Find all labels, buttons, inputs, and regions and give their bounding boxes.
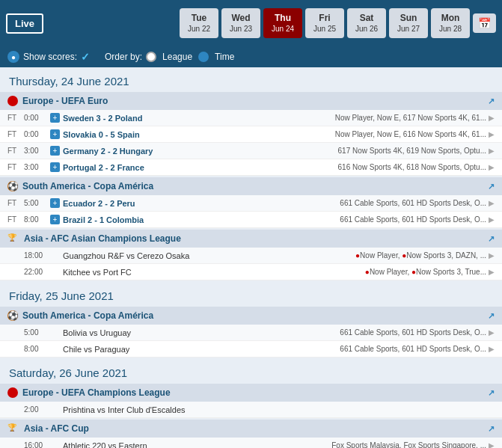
league-section: 🏆Asia - AFC Asian Champions League↗18:00… <box>0 230 502 280</box>
arrow-right-icon: ▶ <box>489 130 495 138</box>
arrow-right-icon: ▶ <box>489 147 495 155</box>
plus-icon[interactable]: + <box>50 162 60 172</box>
league-section: ⚽South America - Copa América↗5:00Bolivi… <box>0 307 502 358</box>
ext-link-icon[interactable]: ↗ <box>488 234 495 244</box>
ext-link-icon[interactable]: ↗ <box>488 96 495 106</box>
match-time: 0:00 <box>24 130 50 138</box>
match-name[interactable]: Portugal 2 - 2 France <box>63 163 338 172</box>
plus-icon[interactable]: + <box>50 146 60 156</box>
match-row: 18:00Guangzhou R&F vs Cerezo Osaka●Now P… <box>0 248 502 264</box>
day-tab-thu[interactable]: ThuJun 24 <box>263 8 302 39</box>
match-time: 5:00 <box>24 328 50 337</box>
match-name[interactable]: Brazil 2 - 1 Colombia <box>63 215 340 224</box>
check-mark: ✓ <box>81 51 90 63</box>
top-bar: Live TueJun 22WedJun 23ThuJun 24FriJun 2… <box>0 0 502 46</box>
league-header[interactable]: 🏆Asia - AFC Cup↗ <box>0 420 502 438</box>
arrow-right-icon: ▶ <box>489 114 495 122</box>
day-tab-mon[interactable]: MonJun 28 <box>431 8 470 39</box>
league-section: Europe - UEFA Champions League↗2:00Prish… <box>0 384 502 418</box>
league-header[interactable]: Europe - UEFA Euro↗ <box>0 92 502 110</box>
channel-dot: ● <box>411 268 416 276</box>
order-by-label: Order by: <box>105 52 142 62</box>
live-badge: Live <box>6 13 43 34</box>
time-radio[interactable] <box>198 52 209 62</box>
match-status: FT <box>7 130 24 138</box>
content: Thursday, 24 June 2021Europe - UEFA Euro… <box>0 67 502 448</box>
day-tab-tue[interactable]: TueJun 22 <box>180 8 218 39</box>
app-container: Live TueJun 22WedJun 23ThuJun 24FriJun 2… <box>0 0 502 448</box>
plus-icon[interactable]: + <box>50 113 60 123</box>
plus-icon[interactable]: + <box>50 215 60 224</box>
match-time: 16:00 <box>24 441 50 448</box>
match-row: FT0:00+Sweden 3 - 2 PolandNow Player, No… <box>0 110 502 126</box>
order-by-filter: Order by: League Time <box>105 52 234 62</box>
match-name[interactable]: Bolivia vs Uruguay <box>63 328 340 337</box>
match-name[interactable]: Kitchee vs Port FC <box>63 268 365 277</box>
match-name[interactable]: Prishtina vs Inter Club d'Escaldes <box>63 405 495 414</box>
day-tab-fri[interactable]: FriJun 25 <box>305 8 344 39</box>
plus-icon[interactable]: + <box>50 198 60 208</box>
show-scores-label: Show scores: <box>23 52 77 62</box>
league-section: ⚽South America - Copa América↗FT5:00+Ecu… <box>0 177 502 228</box>
arrow-right-icon: ▶ <box>489 328 495 337</box>
league-header[interactable]: 🏆Asia - AFC Asian Champions League↗ <box>0 230 502 248</box>
day-tab-sun[interactable]: SunJun 27 <box>389 8 428 39</box>
arrow-right-icon: ▶ <box>489 215 495 224</box>
league-name: South America - Copa América <box>22 181 153 191</box>
league-icon: ⚽ <box>7 181 18 191</box>
match-row: FT3:00+Germany 2 - 2 Hungary617 Now Spor… <box>0 143 502 159</box>
match-name[interactable]: Chile vs Paraguay <box>63 345 340 354</box>
match-row: 22:00Kitchee vs Port FC●Now Player, ●Now… <box>0 264 502 280</box>
match-time: 0:00 <box>24 114 50 122</box>
arrow-right-icon: ▶ <box>489 345 495 353</box>
league-section: 🏆Asia - AFC Cup↗16:00Athletic 220 vs Eas… <box>0 420 502 448</box>
match-time: 3:00 <box>24 147 50 155</box>
match-row: FT8:00+Brazil 2 - 1 Colombia661 Cable Sp… <box>0 212 502 228</box>
league-radio[interactable] <box>146 52 156 62</box>
match-name[interactable]: Athletic 220 vs Eastern <box>63 441 331 449</box>
ext-link-icon[interactable]: ↗ <box>488 388 495 398</box>
date-header-2: Saturday, 26 June 2021 <box>0 359 502 384</box>
match-name[interactable]: Sweden 3 - 2 Poland <box>63 114 335 123</box>
day-tab-wed[interactable]: WedJun 23 <box>221 8 260 39</box>
day-tabs: TueJun 22WedJun 23ThuJun 24FriJun 25SatJ… <box>51 8 496 39</box>
match-channels: 616 Now Sports 4K, 618 Now Sports, Optu.… <box>338 163 486 171</box>
match-row: 2:00Prishtina vs Inter Club d'Escaldes <box>0 402 502 418</box>
plus-icon[interactable]: + <box>50 129 60 139</box>
league-header[interactable]: ⚽South America - Copa América↗ <box>0 307 502 325</box>
match-row: 8:00Chile vs Paraguay661 Cable Sports, 6… <box>0 341 502 358</box>
channel-dot: ● <box>355 251 360 260</box>
match-row: FT3:00+Portugal 2 - 2 France616 Now Spor… <box>0 159 502 176</box>
match-time: 18:00 <box>24 251 50 260</box>
match-time: 22:00 <box>24 268 50 276</box>
match-name[interactable]: Guangzhou R&F vs Cerezo Osaka <box>63 251 355 260</box>
match-channels: 617 Now Sports 4K, 619 Now Sports, Optu.… <box>338 147 486 155</box>
match-channels: ●Now Player, ●Now Sports 3, True... <box>365 268 486 276</box>
match-channels: 661 Cable Sports, 601 HD Sports Desk, O.… <box>340 199 486 207</box>
match-channels: 661 Cable Sports, 601 HD Sports Desk, O.… <box>340 215 486 224</box>
match-row: 16:00Athletic 220 vs EasternFox Sports M… <box>0 438 502 448</box>
arrow-right-icon: ▶ <box>489 441 495 448</box>
match-name[interactable]: Germany 2 - 2 Hungary <box>63 147 338 156</box>
ext-link-icon[interactable]: ↗ <box>488 182 495 191</box>
league-header[interactable]: ⚽South America - Copa América↗ <box>0 177 502 195</box>
match-status: FT <box>7 147 24 155</box>
league-name: South America - Copa América <box>22 310 153 321</box>
ext-link-icon[interactable]: ↗ <box>488 424 495 434</box>
arrow-right-icon: ▶ <box>489 199 495 207</box>
channel-dot: ● <box>402 251 406 260</box>
match-channels: ●Now Player, ●Now Sports 3, DAZN, ... <box>355 251 486 260</box>
match-name[interactable]: Ecuador 2 - 2 Peru <box>63 199 340 208</box>
ext-link-icon[interactable]: ↗ <box>488 311 495 321</box>
arrow-right-icon: ▶ <box>489 268 495 276</box>
league-header[interactable]: Europe - UEFA Champions League↗ <box>0 384 502 402</box>
match-channels: 661 Cable Sports, 601 HD Sports Desk, O.… <box>340 328 486 337</box>
match-channels: Now Player, Now E, 617 Now Sports 4K, 61… <box>335 114 486 122</box>
time-radio-label: Time <box>215 52 234 62</box>
match-time: 3:00 <box>24 163 50 171</box>
calendar-icon[interactable]: 📅 <box>473 13 496 33</box>
match-name[interactable]: Slovakia 0 - 5 Spain <box>63 130 335 139</box>
day-tab-sat[interactable]: SatJun 26 <box>347 8 386 39</box>
match-status: FT <box>7 215 24 224</box>
filter-bar: ● Show scores: ✓ Order by: League Time <box>0 46 502 67</box>
